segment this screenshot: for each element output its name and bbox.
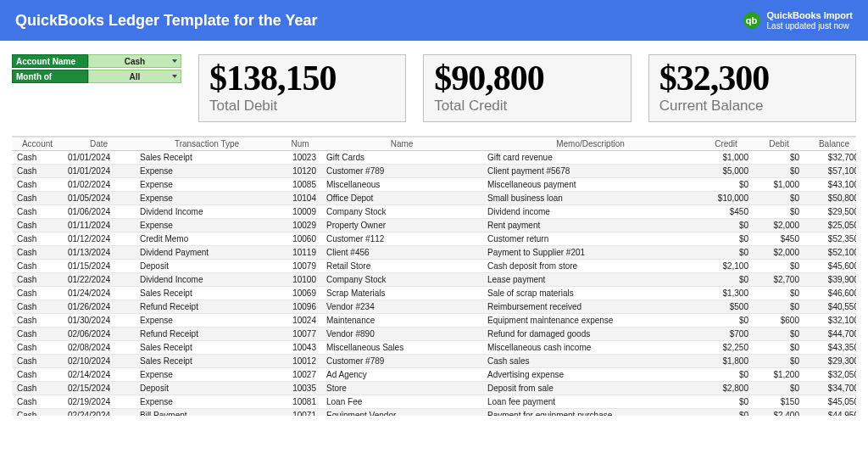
cell-date: 01/05/2024 [63, 192, 135, 205]
cell-num: 10100 [279, 273, 321, 287]
table-row[interactable]: Cash02/24/2024Bill Payment10071Equipment… [12, 409, 856, 417]
filter-month-select[interactable]: All [88, 70, 181, 83]
table-header-row: Account Date Transaction Type Num Name M… [12, 137, 856, 151]
th-memo[interactable]: Memo/Description [482, 137, 698, 151]
table-row[interactable]: Cash01/26/2024Refund Receipt10096Vendor … [12, 300, 856, 314]
cell-date: 01/30/2024 [63, 314, 135, 328]
kpi-total-debit: $138,150 Total Debit [198, 54, 406, 122]
cell-account: Cash [12, 314, 63, 328]
cell-name: Loan Fee [321, 395, 482, 409]
table-row[interactable]: Cash02/10/2024Sales Receipt10012Customer… [12, 355, 856, 368]
cell-num: 10027 [279, 368, 321, 382]
cell-debit: $600 [754, 314, 804, 328]
cell-debit: $1,200 [754, 368, 804, 382]
th-name[interactable]: Name [321, 137, 482, 151]
cell-account: Cash [12, 368, 63, 382]
cell-memo: Payment for equipment purchase [482, 409, 698, 417]
cell-debit: $0 [754, 328, 804, 341]
cell-name: Property Owner [321, 219, 482, 232]
cell-account: Cash [12, 205, 63, 219]
cell-type: Dividend Income [135, 273, 279, 287]
page-title: QuickBooks Ledger Template for the Year [15, 12, 317, 30]
cell-credit: $500 [698, 300, 754, 314]
cell-balance: $43,100 [804, 178, 856, 192]
table-row[interactable]: Cash01/13/2024Dividend Payment10119Clien… [12, 246, 856, 260]
table-row[interactable]: Cash01/06/2024Dividend Income10009Compan… [12, 205, 856, 219]
table-row[interactable]: Cash01/11/2024Expense10029Property Owner… [12, 219, 856, 232]
cell-num: 10120 [279, 165, 321, 178]
cell-name: Company Stock [321, 205, 482, 219]
table-row[interactable]: Cash01/02/2024Expense10085MiscellaneousM… [12, 178, 856, 192]
th-date[interactable]: Date [63, 137, 135, 151]
cell-memo: Sale of scrap materials [482, 287, 698, 300]
table-row[interactable]: Cash01/24/2024Sales Receipt10069Scrap Ma… [12, 287, 856, 300]
cell-num: 10009 [279, 205, 321, 219]
cell-name: Scrap Materials [321, 287, 482, 300]
cell-credit: $0 [698, 314, 754, 328]
cell-account: Cash [12, 219, 63, 232]
cell-num: 10119 [279, 246, 321, 260]
cell-memo: Cash sales [482, 355, 698, 368]
cell-account: Cash [12, 382, 63, 395]
table-row[interactable]: Cash02/14/2024Expense10027Ad AgencyAdver… [12, 368, 856, 382]
cell-debit: $0 [754, 260, 804, 273]
table-row[interactable]: Cash01/22/2024Dividend Income10100Compan… [12, 273, 856, 287]
kpi-debit-label: Total Debit [209, 98, 395, 115]
th-type[interactable]: Transaction Type [135, 137, 279, 151]
table-row[interactable]: Cash01/30/2024Expense10024MaintenanceEqu… [12, 314, 856, 328]
cell-account: Cash [12, 151, 63, 165]
cell-type: Expense [135, 178, 279, 192]
table-row[interactable]: Cash02/19/2024Expense10081Loan FeeLoan f… [12, 395, 856, 409]
cell-memo: Lease payment [482, 273, 698, 287]
filter-account-select[interactable]: Cash [88, 54, 181, 68]
cell-name: Customer #789 [321, 165, 482, 178]
cell-account: Cash [12, 409, 63, 417]
cell-memo: Miscellaneous payment [482, 178, 698, 192]
cell-account: Cash [12, 273, 63, 287]
cell-type: Deposit [135, 382, 279, 395]
table-row[interactable]: Cash02/15/2024Deposit10035StoreDeposit f… [12, 382, 856, 395]
cell-name: Vendor #890 [321, 328, 482, 341]
table-row[interactable]: Cash02/06/2024Refund Receipt10077Vendor … [12, 328, 856, 341]
cell-balance: $52,350 [804, 232, 856, 246]
cell-balance: $32,700 [804, 151, 856, 165]
table-row[interactable]: Cash01/01/2024Sales Receipt10023Gift Car… [12, 151, 856, 165]
cell-credit: $1,800 [698, 355, 754, 368]
th-account[interactable]: Account [12, 137, 63, 151]
table-row[interactable]: Cash01/12/2024Credit Memo10060Customer #… [12, 232, 856, 246]
table-row[interactable]: Cash01/15/2024Deposit10079Retail StoreCa… [12, 260, 856, 273]
cell-memo: Customer return [482, 232, 698, 246]
cell-name: Ad Agency [321, 368, 482, 382]
cell-account: Cash [12, 178, 63, 192]
table-row[interactable]: Cash02/08/2024Sales Receipt10043Miscella… [12, 341, 856, 355]
ledger-table-scroll[interactable]: Account Date Transaction Type Num Name M… [12, 136, 856, 416]
cell-date: 01/26/2024 [63, 300, 135, 314]
cell-balance: $40,550 [804, 300, 856, 314]
cell-balance: $45,600 [804, 260, 856, 273]
th-balance[interactable]: Balance [804, 137, 856, 151]
cell-credit: $0 [698, 395, 754, 409]
kpi-credit-label: Total Credit [434, 98, 620, 115]
cell-date: 02/24/2024 [63, 409, 135, 417]
table-row[interactable]: Cash01/05/2024Expense10104Office DepotSm… [12, 192, 856, 205]
cell-credit: $2,100 [698, 260, 754, 273]
cell-balance: $43,350 [804, 341, 856, 355]
th-num[interactable]: Num [279, 137, 321, 151]
cell-debit: $0 [754, 300, 804, 314]
th-debit[interactable]: Debit [754, 137, 804, 151]
cell-credit: $1,300 [698, 287, 754, 300]
cell-debit: $0 [754, 382, 804, 395]
cell-credit: $5,000 [698, 165, 754, 178]
cell-credit: $0 [698, 246, 754, 260]
cell-balance: $44,950 [804, 409, 856, 417]
cell-num: 10085 [279, 178, 321, 192]
th-credit[interactable]: Credit [698, 137, 754, 151]
cell-balance: $34,700 [804, 382, 856, 395]
table-row[interactable]: Cash01/01/2024Expense10120Customer #789C… [12, 165, 856, 178]
cell-num: 10096 [279, 300, 321, 314]
cell-memo: Advertising expense [482, 368, 698, 382]
cell-debit: $1,000 [754, 178, 804, 192]
cell-num: 10071 [279, 409, 321, 417]
ledger-table: Account Date Transaction Type Num Name M… [12, 137, 856, 416]
cell-memo: Gift card revenue [482, 151, 698, 165]
